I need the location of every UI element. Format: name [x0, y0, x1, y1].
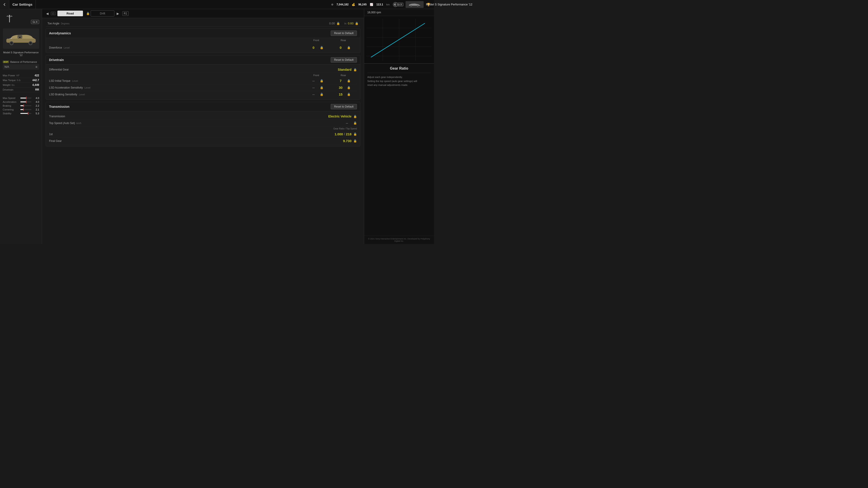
- car-name-sidebar: Model S Signature Performance '12: [3, 51, 39, 57]
- mileage-value: 96,245: [358, 3, 367, 6]
- lsd-it-front-lock-icon[interactable]: 🔒: [320, 79, 323, 83]
- lsd-it-rear-value[interactable]: 7: [336, 79, 345, 83]
- bar-track: [20, 101, 31, 102]
- lsd-bs-rear-lock-icon[interactable]: 🔒: [347, 93, 350, 96]
- downforce-front-value[interactable]: 0: [309, 46, 318, 50]
- transmission-title: Transmission: [49, 105, 69, 108]
- tab-drift[interactable]: Drift: [91, 10, 115, 17]
- top-speed-value[interactable]: --: [342, 121, 351, 125]
- gear-1st-value[interactable]: 1.000 / 218: [335, 132, 351, 136]
- bar-marker-icon: [23, 108, 24, 111]
- transmission-section: Transmission Reset to Default Transmissi…: [46, 102, 360, 147]
- aerodynamics-reset-button[interactable]: Reset to Default: [331, 31, 357, 36]
- center-content: ◀ L1 Road 🔒 Drift ▶ R1 Toe Angle Degrees: [42, 9, 364, 244]
- car-image-sidebar: [3, 29, 39, 49]
- brand-logo: [3, 13, 16, 24]
- lsd-it-front-value[interactable]: --: [309, 79, 318, 83]
- stat-row-weight: Weight lbs. 4,449: [3, 83, 39, 88]
- tab-road[interactable]: Road: [57, 11, 83, 16]
- stat-value-drivetrain: RR: [35, 88, 39, 91]
- bar-stat-value: 2.2: [33, 104, 39, 107]
- back-button[interactable]: [0, 0, 9, 9]
- tesla-logo-icon: [4, 14, 15, 23]
- tab-arrow-right[interactable]: ▶: [115, 11, 121, 16]
- svg-rect-9: [20, 36, 20, 37]
- aero-col-front: Front: [303, 39, 330, 41]
- bar-stat-row-acceleration: Acceleration 4.0: [3, 101, 39, 103]
- menu-icon[interactable]: ≡: [35, 65, 37, 69]
- lsd-initial-torque-label: LSD Initial Torque Level: [49, 79, 303, 83]
- final-gear-lock-icon[interactable]: 🔒: [353, 139, 357, 142]
- car-thumb-top: [405, 1, 424, 8]
- transmission-type-lock-icon[interactable]: 🔒: [353, 115, 357, 118]
- bar-track: [20, 105, 31, 106]
- differential-gear-lock-icon[interactable]: 🔒: [353, 68, 357, 71]
- aerodynamics-title: Aerodynamics: [49, 31, 71, 35]
- toe-rear-in-label: In: [344, 22, 346, 25]
- aero-col-rear: Rear: [330, 39, 357, 41]
- gear-ratio-chart: [366, 18, 432, 61]
- bar-marker-icon: [26, 101, 26, 103]
- transmission-reset-button[interactable]: Reset to Default: [331, 104, 357, 109]
- svg-point-6: [30, 42, 31, 44]
- bar-track: [20, 113, 31, 114]
- bar-stat-value: 4.0: [33, 97, 39, 99]
- bar-stat-row-stability: Stability 5.3: [3, 112, 39, 115]
- lsd-as-front-value[interactable]: --: [309, 86, 318, 90]
- toe-front-value: 0.00: [329, 22, 335, 25]
- stat-row-torque: Max Torque ft-lb 442.7: [3, 78, 39, 83]
- credits-value: 7,044,182: [337, 3, 348, 6]
- stat-label-drivetrain: Drivetrain: [3, 88, 13, 91]
- drivetrain-reset-button[interactable]: Reset to Default: [331, 57, 357, 63]
- bar-stat-row-braking: Braking 2.2: [3, 104, 39, 107]
- downforce-rear-value[interactable]: 0: [336, 46, 345, 50]
- credits-icon: 💰: [352, 3, 355, 6]
- bar-marker-icon: [24, 104, 24, 107]
- bar-fill: [20, 113, 28, 114]
- bar-stat-value: 2.1: [33, 108, 39, 111]
- gear-1st-label: 1st: [49, 133, 203, 136]
- lsd-as-rear-lock-icon[interactable]: 🔒: [347, 86, 350, 89]
- gear-1st-lock-icon[interactable]: 🔒: [353, 132, 357, 136]
- lsd-it-rear-lock-icon[interactable]: 🔒: [347, 79, 350, 83]
- stat-label-torque: Max Torque ft-lb: [3, 79, 21, 82]
- drivetrain-col-rear: Rear: [330, 74, 357, 76]
- lock-tab-icon: 🔒: [86, 12, 90, 15]
- toe-rear-lock-icon[interactable]: 🔒: [355, 22, 359, 25]
- drivetrain-title: Drivetrain: [49, 58, 64, 62]
- lsd-as-rear-value[interactable]: 30: [336, 86, 345, 90]
- svg-rect-11: [18, 37, 19, 38]
- bar-stat-label: Braking: [3, 104, 19, 107]
- toe-front-lock-icon[interactable]: 🔒: [336, 22, 340, 25]
- downforce-rear-lock-icon[interactable]: 🔒: [347, 46, 350, 49]
- bar-stat-label: Cornering: [3, 108, 19, 111]
- drivetrain-col-front: Front: [303, 74, 330, 76]
- l1-badge[interactable]: L1: [51, 12, 56, 15]
- svg-point-0: [410, 5, 412, 6]
- lsd-bs-front-lock-icon[interactable]: 🔒: [320, 93, 323, 96]
- gear-ratio-top-speed-header: Gear Ratio / Top Speed: [333, 127, 357, 130]
- final-gear-value[interactable]: 9.730: [343, 139, 351, 143]
- differential-gear-value[interactable]: Standard: [338, 68, 351, 71]
- svg-point-4: [11, 42, 12, 44]
- right-panel: 16,000 rpm Gear Ratio A: [364, 9, 434, 244]
- svg-rect-12: [20, 37, 20, 38]
- transmission-type-label: Transmission: [49, 115, 203, 118]
- gear-1st-row: 1st 1.000 / 218 🔒: [49, 131, 357, 138]
- downforce-front-lock-icon[interactable]: 🔒: [320, 46, 323, 49]
- transmission-type-value[interactable]: Electric Vehicle: [328, 115, 351, 118]
- lsd-as-front-lock-icon[interactable]: 🔒: [320, 86, 323, 89]
- bar-track: [20, 109, 31, 110]
- lsd-bs-front-value[interactable]: --: [309, 92, 318, 96]
- lsd-accel-sensitivity-row: LSD Acceleration Sensitivity Level -- 🔒 …: [49, 84, 357, 91]
- top-speed-lock-icon[interactable]: 🔒: [353, 121, 357, 125]
- downforce-row: Downforce Level 0 🔒 0 🔒: [49, 44, 357, 51]
- r1-badge[interactable]: R1: [122, 11, 128, 16]
- scroll-content[interactable]: Toe Angle Degrees 0.00 🔒 In 0.60 🔒: [42, 18, 364, 244]
- svg-point-1: [417, 5, 418, 6]
- lsd-bs-rear-value[interactable]: 15: [336, 92, 345, 96]
- bar-stat-label: Max Speed: [3, 97, 19, 99]
- drivetrain-header: Drivetrain Reset to Default: [46, 55, 360, 65]
- tab-arrow-left[interactable]: ◀: [45, 11, 50, 16]
- bar-fill: [20, 98, 26, 98]
